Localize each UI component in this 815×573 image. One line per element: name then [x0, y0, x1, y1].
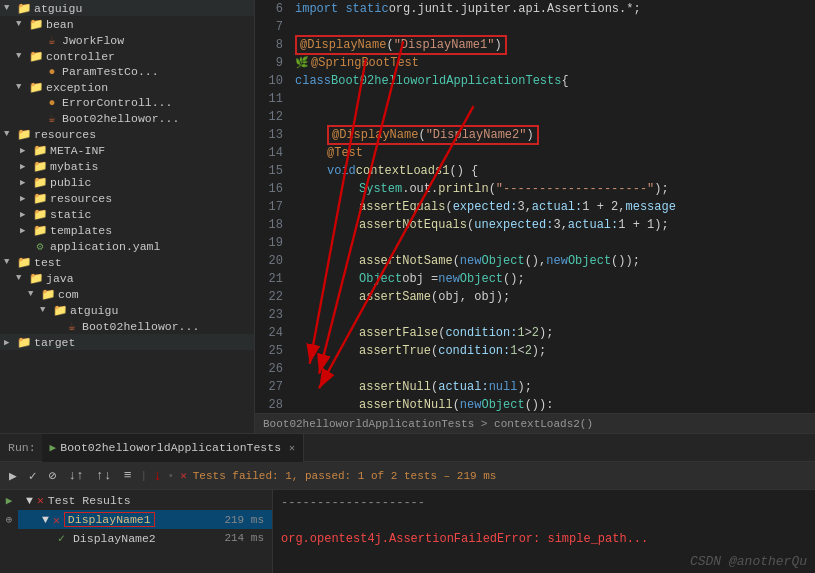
code-text: ): [494, 38, 501, 52]
param-message: message: [625, 198, 675, 216]
code-line-24: assertFalse ( condition: 1 > 2 );: [295, 324, 815, 342]
sidebar-item-resources[interactable]: ▼ 📁 resources: [0, 126, 254, 142]
sidebar-label: bean: [46, 18, 74, 31]
code-text: (: [489, 180, 496, 198]
keyword-new3: new: [438, 270, 460, 288]
line-num-14: 14: [255, 144, 283, 162]
sidebar-item-target[interactable]: ▶ 📁 target: [0, 334, 254, 350]
play-button[interactable]: ▶: [6, 466, 20, 486]
line-num-17: 17: [255, 198, 283, 216]
sidebar-item-errorcontroll[interactable]: ● ErrorControll...: [0, 95, 254, 110]
sidebar-item-test[interactable]: ▼ 📁 test: [0, 254, 254, 270]
folder-icon: 📁: [52, 303, 68, 317]
sidebar-item-public[interactable]: ▶ 📁 public: [0, 174, 254, 190]
pass-icon: ✓: [58, 531, 65, 545]
folder-icon: 📁: [28, 17, 44, 31]
line-num-20: 20: [255, 252, 283, 270]
sidebar-item-atguigu2[interactable]: ▼ 📁 atguigu: [0, 302, 254, 318]
sidebar-item-atguigu[interactable]: ▼ 📁 atguigu: [0, 0, 254, 16]
sidebar-item-resources2[interactable]: ▶ 📁 resources: [0, 190, 254, 206]
stop-button[interactable]: ⊘: [46, 466, 60, 486]
sidebar-item-mybatis[interactable]: ▶ 📁 mybatis: [0, 158, 254, 174]
expand-arrow: ▶: [20, 177, 32, 188]
code-text: (: [438, 324, 445, 342]
sidebar-item-templates[interactable]: ▶ 📁 templates: [0, 222, 254, 238]
line-num-28: 28: [255, 396, 283, 413]
line-numbers: 6 7 8 9 10 11 12 13 14 15 16 17 18 19 20…: [255, 0, 291, 413]
code-line-28: assertNotNull ( new Object ()):: [295, 396, 815, 413]
folder-icon: 📁: [32, 175, 48, 189]
test-results-panel: ▼ ✕ Test Results ▼ ✕ DisplayName1 219 ms…: [18, 490, 273, 573]
folder-icon: 📁: [40, 287, 56, 301]
code-text: (: [418, 128, 425, 142]
code-text: (: [431, 342, 438, 360]
sidebar-item-controller[interactable]: ▼ 📁 controller: [0, 48, 254, 64]
sidebar-item-exception[interactable]: ▼ 📁 exception: [0, 79, 254, 95]
code-line-20: assertNotSame ( new Object (), new Objec…: [295, 252, 815, 270]
sidebar-item-com[interactable]: ▼ 📁 com: [0, 286, 254, 302]
rerun-button[interactable]: ↓↑: [65, 466, 87, 485]
code-text: (: [453, 396, 460, 413]
rerun-failed-button[interactable]: ↑↓: [93, 466, 115, 485]
sidebar-item-static[interactable]: ▶ 📁 static: [0, 206, 254, 222]
java-orange-icon: ●: [44, 65, 60, 78]
sidebar-item-applicationyaml[interactable]: ⚙ application.yaml: [0, 238, 254, 254]
sidebar-item-metainf[interactable]: ▶ 📁 META-INF: [0, 142, 254, 158]
close-tab-icon[interactable]: ✕: [289, 442, 295, 454]
run-icon: ▶: [50, 441, 57, 454]
expand-arrow: ▼: [16, 51, 28, 61]
folder-icon: 📁: [32, 207, 48, 221]
sidebar-label: resources: [50, 192, 112, 205]
watermark: CSDN @anotherQu: [682, 550, 815, 573]
sidebar: ▼ 📁 atguigu ▼ 📁 bean ☕ JworkFlow ▼ 📁 con…: [0, 0, 255, 433]
test-result-displayname2[interactable]: ✓ DisplayName2 214 ms: [18, 529, 272, 547]
line-num-19: 19: [255, 234, 283, 252]
param-cond1: condition:: [445, 324, 517, 342]
test-name: DisplayName1: [64, 512, 155, 527]
sidebar-label: application.yaml: [50, 240, 160, 253]
check-button[interactable]: ✓: [26, 466, 40, 486]
sidebar-item-jworkflow[interactable]: ☕ JworkFlow: [0, 32, 254, 48]
sidebar-item-paramtest[interactable]: ● ParamTestCo...: [0, 64, 254, 79]
method-assertnotsame: assertNotSame: [359, 252, 453, 270]
code-line-10: class Boot02helloworldApplicationTests {: [295, 72, 815, 90]
code-text: >: [525, 324, 532, 342]
sidebar-label: atguigu: [70, 304, 118, 317]
test-duration1: 219 ms: [224, 514, 264, 526]
separator2: •: [168, 470, 175, 482]
expand-arrow: ▼: [16, 273, 28, 283]
expand-arrow: ▼: [42, 513, 49, 526]
method-assertnull: assertNull: [359, 378, 431, 396]
string-displayname1: "DisplayName1": [394, 38, 495, 52]
code-editor: 6 7 8 9 10 11 12 13 14 15 16 17 18 19 20…: [255, 0, 815, 433]
test-result-displayname1[interactable]: ▼ ✕ DisplayName1 219 ms: [18, 510, 272, 529]
code-text: );: [539, 324, 553, 342]
sidebar-label: test: [34, 256, 62, 269]
code-text: ()):: [525, 396, 554, 413]
sidebar-item-bean[interactable]: ▼ 📁 bean: [0, 16, 254, 32]
folder-icon: 📁: [16, 255, 32, 269]
sidebar-label: Boot02hellowor...: [82, 320, 199, 333]
keyword-class: class: [295, 72, 331, 90]
bottom-content: ▶ ⊕ ▼ ✕ Test Results ▼ ✕ DisplayName1 21…: [0, 490, 815, 573]
line-num-24: 24: [255, 324, 283, 342]
sidebar-label: mybatis: [50, 160, 98, 173]
sort-button[interactable]: ≡: [121, 466, 135, 485]
type-object5: Object: [481, 396, 524, 413]
folder-icon: 📁: [32, 191, 48, 205]
breadcrumb: Boot02helloworldApplicationTests > conte…: [255, 413, 815, 433]
line-num-23: 23: [255, 306, 283, 324]
sidebar-item-java[interactable]: ▼ 📁 java: [0, 270, 254, 286]
code-line-27: assertNull ( actual: null );: [295, 378, 815, 396]
sidebar-item-boot02helloworld-test[interactable]: ☕ Boot02hellowor...: [0, 318, 254, 334]
sidebar-item-boot02helloworld-main[interactable]: ☕ Boot02hellowor...: [0, 110, 254, 126]
sidebar-label: resources: [34, 128, 96, 141]
run-tab[interactable]: ▶ Boot02helloworldApplicationTests ✕: [42, 434, 305, 462]
keyword-new2: new: [546, 252, 568, 270]
type-object4: Object: [460, 270, 503, 288]
green-dot-icon: 🌿: [295, 54, 309, 72]
code-line-18: assertNotEquals ( unexpected: 3, actual:…: [295, 216, 815, 234]
annotation-displayname2: @DisplayName: [332, 128, 418, 142]
sidebar-label: templates: [50, 224, 112, 237]
line-num-18: 18: [255, 216, 283, 234]
